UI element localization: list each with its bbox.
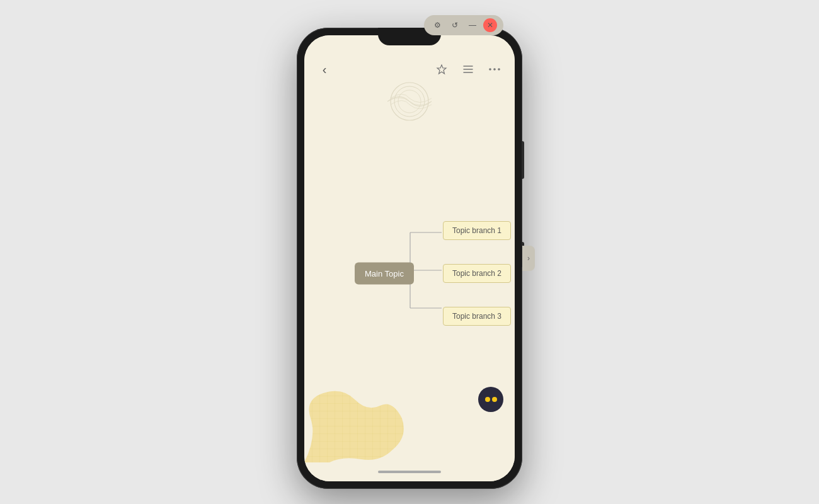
phone-frame: ‹	[297, 28, 522, 489]
phone-screen: ‹	[304, 35, 515, 481]
branch-node-1[interactable]: Topic branch 1	[443, 221, 511, 240]
window-container: ⚙ ↺ — ✕ ‹	[297, 15, 522, 489]
back-button[interactable]: ‹	[316, 60, 333, 78]
ai-button-icon	[485, 397, 497, 402]
mindmap-area: Main Topic Topic branch 1 Topic branch 2…	[304, 84, 515, 462]
branch-node-3[interactable]: Topic branch 3	[443, 307, 511, 326]
window-controls: ⚙ ↺ — ✕	[424, 15, 503, 35]
ai-assistant-button[interactable]	[478, 387, 503, 412]
bottom-bar	[304, 462, 515, 481]
phone-side-button	[522, 141, 524, 179]
ai-dot-2	[492, 397, 497, 402]
svg-point-4	[493, 68, 496, 71]
screen-content: ‹	[304, 35, 515, 481]
sidebar-arrow[interactable]: ›	[522, 246, 535, 271]
top-bar-icons	[433, 60, 503, 78]
more-icon[interactable]	[486, 60, 503, 78]
main-topic-node[interactable]: Main Topic	[355, 263, 414, 285]
minimize-button[interactable]: —	[466, 18, 479, 32]
list-icon[interactable]	[459, 60, 477, 78]
pin-icon[interactable]	[433, 60, 450, 78]
home-indicator	[378, 471, 441, 473]
bottom-decoration	[304, 381, 405, 462]
settings-button[interactable]: ⚙	[430, 18, 444, 32]
branch-node-2[interactable]: Topic branch 2	[443, 264, 511, 283]
svg-point-5	[498, 68, 500, 71]
history-button[interactable]: ↺	[448, 18, 462, 32]
svg-rect-13	[304, 381, 405, 462]
svg-point-3	[489, 68, 491, 71]
ai-dot-1	[485, 397, 490, 402]
close-button[interactable]: ✕	[483, 18, 497, 32]
